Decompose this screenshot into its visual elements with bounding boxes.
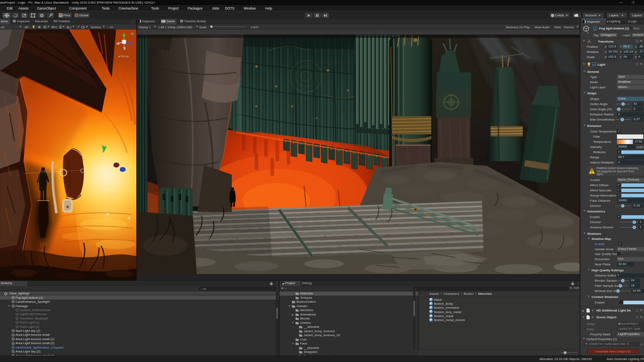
svg-text:◂ Persp: ◂ Persp — [118, 54, 129, 58]
